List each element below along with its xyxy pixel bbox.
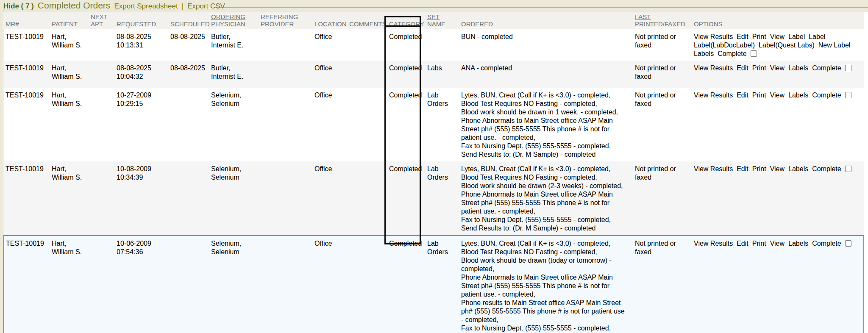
cell-ordering-physician: Selenium, Selenium: [209, 88, 259, 161]
export-spreadsheet-link[interactable]: Export Spreadsheet: [114, 2, 178, 11]
option-view-results-link[interactable]: View Results: [694, 165, 733, 173]
option-label-quest-labs-link[interactable]: Label(Quest Labs): [759, 41, 815, 50]
option-complete-link[interactable]: Complete: [812, 64, 841, 72]
cell-scheduled: [169, 88, 209, 161]
option-print-link[interactable]: Print: [752, 64, 766, 72]
column-header-comments: COMMENTS: [348, 12, 385, 29]
column-header-label[interactable]: ORDERED: [461, 20, 493, 28]
legend-separator: |: [182, 2, 184, 11]
ordered-item: Phone Abnormals to Main Street office AS…: [461, 273, 626, 299]
option-view-link[interactable]: View: [770, 239, 785, 248]
column-header-label[interactable]: LOCATION: [314, 20, 347, 28]
column-header-set-name[interactable]: SET NAME: [424, 12, 457, 29]
complete-checkbox[interactable]: [845, 92, 851, 98]
column-header-requested[interactable]: REQUESTED: [115, 12, 169, 29]
cell-last-printed-faxed: Not printed or faxed: [629, 161, 687, 236]
option-complete-link[interactable]: Complete: [812, 165, 841, 173]
ordered-item: Phone results to Main Street office ASAP…: [461, 299, 626, 324]
column-header-options: OPTIONS: [687, 12, 864, 29]
column-header-referring-provider: REFERRING PROVIDER: [259, 12, 313, 29]
option-labels-link[interactable]: Labels: [788, 239, 808, 248]
option-edit-link[interactable]: Edit: [737, 33, 748, 41]
column-header-label[interactable]: SET NAME: [427, 13, 445, 28]
cell-requested: 10-08-2009 10:34:39: [115, 161, 169, 236]
option-print-link[interactable]: Print: [752, 239, 766, 248]
option-view-link[interactable]: View: [770, 64, 785, 72]
ordered-item: Fax to Nursing Dept. (555) 555-5555 - co…: [461, 216, 626, 224]
column-header-ordered[interactable]: ORDERED: [457, 12, 629, 29]
option-print-link[interactable]: Print: [752, 165, 766, 173]
column-header-label[interactable]: REQUESTED: [117, 20, 156, 28]
cell-mr: TEST-10019: [4, 61, 50, 88]
option-labels-link[interactable]: Labels: [788, 64, 808, 72]
complete-checkbox[interactable]: [845, 65, 851, 71]
cell-scheduled: [169, 161, 209, 236]
column-header-label[interactable]: ORDERING PHYSICIAN: [211, 13, 245, 28]
table-row: TEST-10019Hart, William S.10-27-2009 10:…: [4, 88, 864, 161]
cell-requested: 10-27-2009 10:29:15: [115, 88, 169, 161]
option-view-results-link[interactable]: View Results: [694, 33, 733, 41]
column-header-label[interactable]: CATEGORY: [389, 20, 424, 28]
option-label-link[interactable]: Label: [809, 33, 825, 41]
cell-options: View ResultsEditPrintViewLabelLabelLabel…: [687, 29, 864, 61]
complete-checkbox[interactable]: [845, 166, 851, 172]
option-edit-link[interactable]: Edit: [737, 165, 748, 173]
option-view-results-link[interactable]: View Results: [694, 91, 733, 100]
option-labels-link[interactable]: Labels: [788, 91, 808, 100]
ordered-item: Fax to Nursing Dept. (555) 555-5555 - co…: [461, 324, 626, 333]
ordered-item: Blood Test Requires NO Fasting - complet…: [461, 173, 626, 182]
option-view-results-link[interactable]: View Results: [694, 239, 733, 248]
column-header-ordering-physician[interactable]: ORDERING PHYSICIAN: [209, 12, 259, 29]
option-view-results-link[interactable]: View Results: [694, 64, 733, 72]
ordered-item: Lytes, BUN, Creat (Call if K+ is <3.0) -…: [461, 165, 626, 173]
column-header-category[interactable]: CATEGORY: [385, 12, 424, 29]
column-header-label[interactable]: SCHEDULED: [170, 20, 210, 28]
hide-toggle-link[interactable]: Hide ( 7 ): [3, 2, 34, 11]
option-labels-link[interactable]: Labels: [788, 165, 808, 173]
option-complete-link[interactable]: Complete: [812, 239, 841, 248]
option-edit-link[interactable]: Edit: [737, 64, 748, 72]
cell-referring-provider: [259, 88, 313, 161]
column-header-scheduled[interactable]: SCHEDULED: [169, 12, 209, 29]
cell-location: Office: [313, 161, 348, 236]
cell-last-printed-faxed: Not printed or faxed: [629, 88, 687, 161]
cell-set-name: [424, 29, 457, 61]
cell-scheduled: [169, 236, 209, 333]
column-header-label[interactable]: LAST PRINTED/FAXED: [635, 13, 685, 28]
ordered-item: Fax to Nursing Dept. (555) 555-5555 - co…: [461, 142, 626, 150]
ordered-item: Blood work should be drawn in 1 week. - …: [461, 108, 626, 117]
cell-mr: TEST-10019: [4, 161, 50, 236]
option-view-link[interactable]: View: [770, 165, 785, 173]
option-edit-link[interactable]: Edit: [737, 91, 748, 100]
option-labels-link[interactable]: Labels: [694, 50, 714, 58]
cell-options: View ResultsEditPrintViewLabelsComplete: [687, 61, 864, 88]
cell-referring-provider: [259, 29, 313, 61]
option-new-label-link[interactable]: New Label: [818, 41, 851, 50]
column-header-last-printed-faxed[interactable]: LAST PRINTED/FAXED: [629, 12, 687, 29]
option-view-link[interactable]: View: [770, 33, 785, 41]
complete-checkbox[interactable]: [751, 50, 757, 57]
column-header-location[interactable]: LOCATION: [313, 12, 348, 29]
column-header-label: REFERRING PROVIDER: [261, 13, 298, 28]
option-complete-link[interactable]: Complete: [812, 91, 841, 100]
cell-ordering-physician: Butler, Internist E.: [209, 61, 259, 88]
cell-options: View ResultsEditPrintViewLabelsComplete: [687, 88, 864, 161]
complete-checkbox[interactable]: [845, 240, 851, 247]
option-label-link[interactable]: Label: [788, 33, 805, 41]
cell-set-name: Lab Orders: [424, 236, 457, 333]
option-edit-link[interactable]: Edit: [737, 239, 748, 248]
cell-location: Office: [313, 29, 348, 61]
option-label-labdoclabel-link[interactable]: Label(LabDocLabel): [694, 41, 755, 50]
option-complete-link[interactable]: Complete: [718, 50, 746, 58]
cell-category: Completed: [385, 161, 424, 236]
option-print-link[interactable]: Print: [752, 33, 766, 41]
export-csv-link[interactable]: Export CSV: [187, 2, 225, 11]
cell-next-apt: [89, 61, 115, 88]
ordered-item: ANA - completed: [461, 64, 626, 72]
cell-ordered: BUN - completed: [457, 29, 629, 61]
option-print-link[interactable]: Print: [752, 91, 766, 100]
cell-ordered: Lytes, BUN, Creat (Call if K+ is <3.0) -…: [457, 161, 629, 236]
option-view-link[interactable]: View: [770, 91, 785, 100]
cell-referring-provider: [259, 236, 313, 333]
cell-comments: [348, 161, 385, 236]
